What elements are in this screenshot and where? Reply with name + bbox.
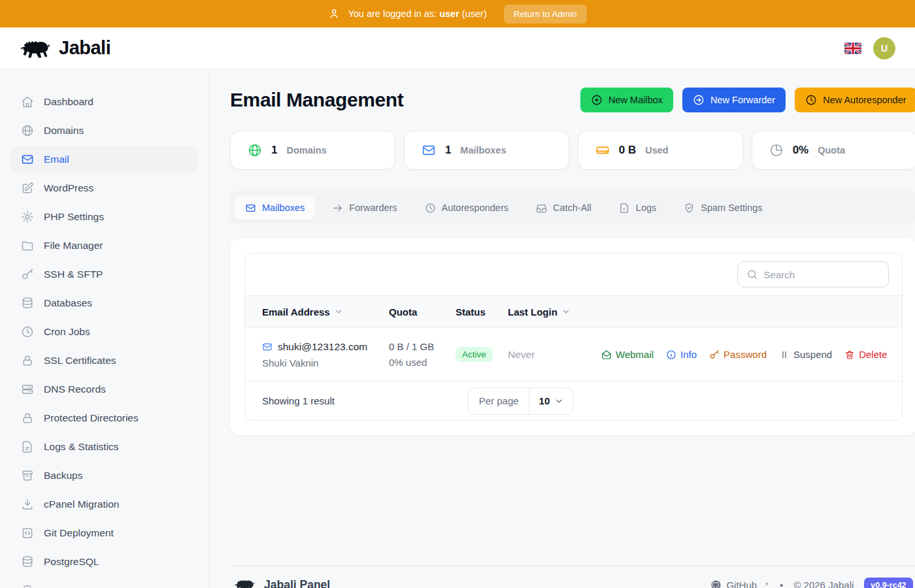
github-link[interactable]: GitHub [710,580,769,588]
page-title: Email Management [230,89,403,111]
sidebar-item-cpanel-migration[interactable]: cPanel Migration [10,491,198,517]
password-action[interactable]: Password [709,349,767,360]
table-row: shuki@123123.com Shuki Vaknin 0 B / 1 GB… [245,328,902,381]
sidebar-item-label: Backups [44,470,82,482]
sidebar-item-label: DNS Records [44,384,106,395]
sidebar-item-ssh-sftp[interactable]: SSH & SFTP [10,261,198,287]
sidebar-item-cron-jobs[interactable]: Cron Jobs [10,319,198,345]
sidebar-item-email[interactable]: Email [10,146,198,172]
sidebar-item-wordpress[interactable]: WordPress [10,175,198,201]
clock-icon [805,94,817,106]
plus-circle-icon [591,94,603,106]
per-page-select[interactable]: 10 [530,395,573,406]
lock-icon [21,354,34,367]
sidebar-item-label: PostgreSQL [44,556,99,568]
column-last-login[interactable]: Last Login [508,306,601,318]
app-header: Jabali U [0,27,915,69]
column-email-address[interactable]: Email Address [262,306,389,318]
mail-open-icon [601,350,612,360]
tab-catch-all[interactable]: Catch-All [525,195,602,220]
external-link-icon [761,581,769,588]
info-icon [666,350,676,360]
tab-logs[interactable]: Logs [608,195,667,220]
clock-icon [425,203,436,214]
sidebar-item-php-settings[interactable]: PHP Settings [10,204,198,230]
impersonation-bar: You are logged in as: user (user) Return… [0,0,915,27]
sidebar-item-file-manager[interactable]: File Manager [10,233,198,259]
sidebar-item-databases[interactable]: Databases [10,290,198,316]
stat-card-domains: 1 Domains [230,131,395,170]
mail-icon [245,203,256,214]
email-tabs: Mailboxes Forwarders Autoresponders Catc… [230,191,915,225]
harddrive-icon [595,143,610,157]
tab-forwarders[interactable]: Forwarders [322,195,407,220]
sidebar-item-dns-records[interactable]: DNS Records [10,376,198,402]
sidebar-item-logs-statistics[interactable]: Logs & Statistics [10,434,198,460]
page-footer: Jabali Panel GitHub • © 2026 Jabali v0.9… [230,566,915,588]
search-input[interactable] [764,269,880,280]
pause-icon [779,350,790,360]
user-avatar[interactable]: U [873,37,895,59]
globe-icon [21,124,34,137]
sidebar-nav: Dashboard Domains Email WordPress PHP Se… [0,69,209,587]
new-autoresponder-button[interactable]: New Autoresponder [795,88,915,112]
sidebar-item-domains[interactable]: Domains [10,118,198,144]
per-page-label: Per page [469,388,530,414]
sidebar-item-label: Domains [44,125,84,137]
stat-value: 0 B [619,144,636,157]
language-flag-uk-icon[interactable] [844,42,861,54]
file-text-icon [21,440,34,453]
delete-action[interactable]: Delete [844,349,887,360]
sidebar-item-dashboard[interactable]: Dashboard [10,89,198,115]
stats-row: 1 Domains 1 Mailboxes 0 B Used 0% Quota [230,131,915,170]
logged-in-username: user [439,8,459,19]
database-icon [21,555,34,568]
inbox-icon [536,203,547,214]
pencil-square-icon [21,182,34,195]
main-content: Email Management New Mailbox New Forward… [209,69,915,587]
results-count: Showing 1 result [262,395,335,406]
sidebar-item-postgresql[interactable]: PostgreSQL [10,549,198,575]
sidebar-item-ssl-certificates[interactable]: SSL Certificates [10,348,198,374]
column-status[interactable]: Status [456,306,508,318]
arrow-right-icon [332,203,343,214]
return-to-admin-button[interactable]: Return to Admin [504,5,587,24]
info-action[interactable]: Info [666,349,697,360]
archive-icon [21,469,34,482]
status-badge: Active [456,347,493,362]
suspend-action[interactable]: Suspend [779,349,832,360]
github-icon [710,580,722,588]
table-header: Email Address Quota Status Last Login [245,295,902,328]
mailbox-quota: 0 B / 1 GB [389,341,456,352]
sidebar-item-label: PHP Settings [44,211,104,223]
sidebar-item-label: SSH & SFTP [44,269,103,280]
stat-value: 1 [445,144,451,157]
sidebar-item-protected-directories[interactable]: Protected Directories [10,405,198,431]
chevron-down-icon [554,397,563,406]
copyright-text: © 2026 Jabali [793,580,854,588]
tab-mailboxes[interactable]: Mailboxes [235,195,315,220]
stat-card-mailboxes: 1 Mailboxes [404,131,569,170]
person-icon [328,8,340,20]
sidebar-item-partial[interactable] [10,578,198,587]
mailbox-quota-used: 0% used [389,357,456,368]
webmail-action[interactable]: Webmail [601,349,654,360]
column-quota[interactable]: Quota [389,306,456,318]
sidebar-item-git-deployment[interactable]: Git Deployment [10,520,198,546]
stat-value: 0% [793,144,809,157]
new-mailbox-button[interactable]: New Mailbox [580,88,673,112]
stat-card-used: 0 B Used [578,131,743,170]
clock-icon [21,325,34,338]
download-icon [21,498,34,511]
sidebar-item-backups[interactable]: Backups [10,463,198,489]
tab-spam-settings[interactable]: Spam Settings [673,195,773,220]
tab-autoresponders[interactable]: Autoresponders [414,195,519,220]
file-icon [619,203,630,214]
new-forwarder-button[interactable]: New Forwarder [682,88,786,112]
folder-icon [21,239,34,252]
database-icon [21,297,34,310]
brand-logo[interactable]: Jabali [20,37,110,60]
circle-icon [21,584,34,587]
key-icon [709,350,720,360]
per-page-control: Per page 10 [468,387,574,415]
